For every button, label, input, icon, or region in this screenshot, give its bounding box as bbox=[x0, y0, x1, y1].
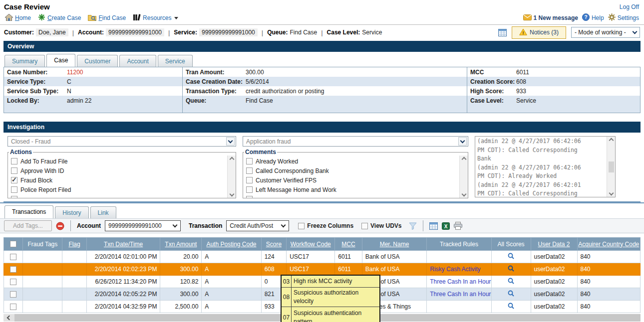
row-checkbox[interactable] bbox=[10, 304, 16, 310]
row-checkbox[interactable] bbox=[10, 291, 16, 298]
find-case-icon bbox=[88, 14, 96, 22]
comments-scrollbar[interactable] bbox=[459, 156, 468, 198]
magnifier-icon[interactable] bbox=[508, 279, 514, 286]
checkbox[interactable] bbox=[11, 158, 17, 164]
actions-scrollbar[interactable] bbox=[227, 156, 236, 198]
investigation-log[interactable]: (admin 22 @ 4/27/2017 06:42:06 PM CDT): … bbox=[475, 136, 616, 197]
col-tracked-rules: Tracked Rules bbox=[427, 238, 491, 251]
col-auth-posting-code[interactable]: Auth Posting Code bbox=[202, 238, 261, 251]
checkbox[interactable] bbox=[298, 223, 305, 229]
col-acquirer-country-code[interactable]: Acquirer Country Code bbox=[577, 238, 640, 251]
row-checkbox[interactable] bbox=[10, 279, 16, 285]
row-checkbox[interactable] bbox=[10, 266, 16, 273]
col-fraud-tags: Fraud Tags bbox=[23, 238, 62, 251]
magnifier-icon[interactable] bbox=[508, 254, 514, 261]
help-link[interactable]: ? Help bbox=[582, 13, 604, 22]
comment-called-corresponding-bank: Called Corresponding Bank bbox=[246, 166, 459, 175]
svg-text:!: ! bbox=[522, 30, 524, 35]
freeze-columns-checkbox[interactable]: Freeze Columns bbox=[298, 222, 353, 229]
tab-history[interactable]: History bbox=[55, 206, 88, 218]
fraud-type-select[interactable]: Application fraud bbox=[243, 136, 468, 147]
tracked-rule-link[interactable]: Three Cash In an Hour ... bbox=[430, 278, 491, 285]
resources-dropdown-caret-icon bbox=[174, 17, 178, 19]
table-row-selected[interactable]: 2/20/2014 02:02:23 PM 300.00 A 608 USC17… bbox=[4, 263, 641, 276]
checkbox[interactable] bbox=[246, 158, 253, 164]
comment-customer-verified-fps: Customer Verified FPS bbox=[246, 175, 459, 185]
scroll-down-icon[interactable] bbox=[609, 191, 614, 196]
overview-section: Overview Summary Case Customer Account S… bbox=[3, 41, 641, 113]
scroll-left-icon[interactable] bbox=[3, 314, 14, 322]
notices-button[interactable]: ! Notices (3) bbox=[512, 26, 566, 39]
scroll-up-icon[interactable] bbox=[609, 138, 614, 143]
magnifier-icon[interactable] bbox=[508, 291, 514, 298]
select-all-header[interactable] bbox=[4, 238, 23, 251]
scroll-up-icon[interactable] bbox=[229, 157, 234, 162]
scroll-up-icon[interactable] bbox=[461, 157, 466, 162]
tab-link[interactable]: Link bbox=[90, 206, 116, 218]
scroll-down-icon[interactable] bbox=[229, 192, 234, 197]
checkbox[interactable] bbox=[246, 167, 253, 174]
checkbox[interactable] bbox=[11, 167, 17, 174]
scroll-down-icon[interactable] bbox=[461, 192, 466, 197]
col-mcc[interactable]: MCC bbox=[335, 238, 362, 251]
checkbox[interactable] bbox=[246, 196, 253, 198]
table-row[interactable]: 2/20/2014 02:01:00 PM 20.00 A 124 USC17 … bbox=[4, 251, 641, 263]
nav-home[interactable]: Home bbox=[5, 14, 31, 22]
cell-flag bbox=[62, 263, 87, 276]
tab-case[interactable]: Case bbox=[46, 54, 75, 67]
checkbox[interactable] bbox=[361, 223, 368, 229]
tab-account[interactable]: Account bbox=[119, 55, 156, 67]
tab-summary[interactable]: Summary bbox=[4, 55, 45, 67]
col-score[interactable]: Score bbox=[261, 238, 287, 251]
envelope-icon bbox=[523, 14, 532, 22]
nav-resources[interactable]: Resources bbox=[133, 14, 178, 22]
view-udvs-checkbox[interactable]: View UDVs bbox=[361, 222, 401, 229]
select-all-checkbox[interactable] bbox=[10, 241, 16, 247]
transactions-toolbar: Add Tags... Account 9999999999991000 Tra… bbox=[0, 218, 644, 233]
export-excel-icon[interactable]: X bbox=[442, 222, 450, 230]
tab-transactions[interactable]: Transactions bbox=[4, 205, 53, 218]
nav-find-case[interactable]: Find Case bbox=[88, 14, 126, 22]
cell-flag bbox=[62, 288, 87, 301]
tracked-rule-link[interactable]: Three Cash In an Hour ... bbox=[430, 291, 491, 298]
account-select[interactable]: 9999999999991000 bbox=[105, 220, 181, 231]
queue-grid-icon[interactable] bbox=[498, 29, 507, 36]
chevron-down-icon bbox=[281, 223, 286, 228]
case-status-select[interactable]: Closed - Fraud bbox=[7, 136, 236, 147]
new-message-link[interactable]: 1 New message bbox=[523, 14, 578, 22]
checkbox[interactable] bbox=[11, 196, 17, 198]
tooltip-row: 03 High risk MCC activity bbox=[282, 276, 379, 288]
checkbox[interactable] bbox=[246, 177, 253, 183]
row-checkbox[interactable] bbox=[10, 254, 16, 260]
col-txn-amount[interactable]: Txn Amount bbox=[160, 238, 202, 251]
remove-tag-icon[interactable] bbox=[56, 222, 64, 230]
checkbox[interactable] bbox=[11, 186, 17, 193]
col-mer-name[interactable]: Mer. Name bbox=[362, 238, 426, 251]
scroll-thumb[interactable] bbox=[609, 161, 614, 172]
investigation-section: Investigation Closed - Fraud Actions Add… bbox=[3, 122, 641, 202]
magnifier-icon[interactable] bbox=[508, 304, 514, 311]
log-off-link[interactable]: Log Off bbox=[620, 3, 639, 10]
mode-of-working-select[interactable]: - Mode of working - bbox=[571, 27, 640, 38]
tab-service[interactable]: Service bbox=[158, 55, 193, 67]
magnifier-icon[interactable] bbox=[508, 266, 514, 273]
checkbox-checked[interactable] bbox=[11, 177, 17, 183]
filter-funnel-icon[interactable] bbox=[409, 222, 417, 230]
transaction-select[interactable]: Credit Auth/Post bbox=[226, 220, 289, 231]
nav-create-case[interactable]: Create Case bbox=[38, 13, 81, 22]
action-approve-with-id: Approve With ID bbox=[11, 166, 227, 175]
tab-customer[interactable]: Customer bbox=[77, 55, 118, 67]
log-scrollbar[interactable] bbox=[607, 137, 615, 197]
col-user-data-2[interactable]: User Data 2 bbox=[531, 238, 577, 251]
col-flag[interactable]: Flag bbox=[62, 238, 87, 251]
tracked-rule-link[interactable]: Risky Cash Activity bbox=[430, 266, 480, 273]
settings-link[interactable]: Settings bbox=[608, 13, 639, 22]
print-icon[interactable] bbox=[454, 222, 462, 230]
col-txn-date[interactable]: Txn Date/Time bbox=[86, 238, 160, 251]
home-icon bbox=[5, 14, 13, 22]
col-workflow-code[interactable]: Workflow Code bbox=[287, 238, 335, 251]
grid-view-icon[interactable] bbox=[429, 222, 438, 230]
checkbox[interactable] bbox=[246, 186, 253, 193]
add-tags-button[interactable]: Add Tags... bbox=[4, 220, 52, 231]
cell-flag bbox=[62, 276, 87, 288]
